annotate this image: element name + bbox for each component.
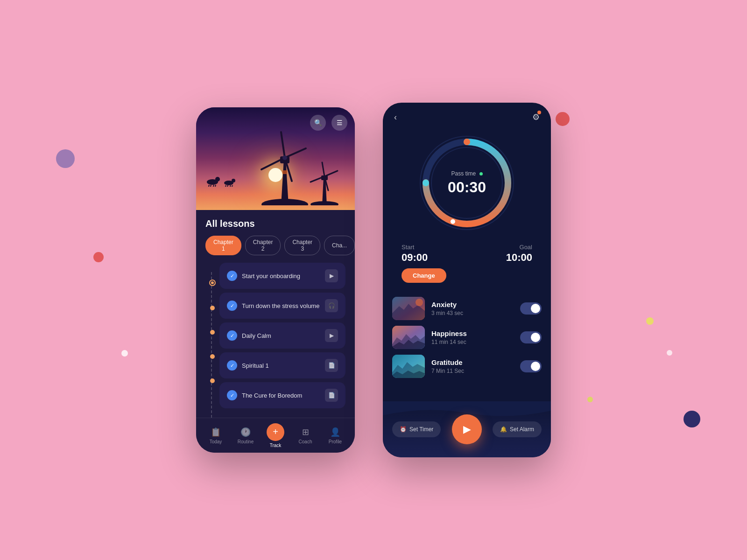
- timeline-dot-3: [210, 354, 215, 359]
- timeline-dots: [205, 263, 219, 418]
- phone2-header: ‹ ⚙: [383, 103, 551, 127]
- svg-point-7: [282, 155, 287, 160]
- menu-button[interactable]: ☰: [331, 115, 347, 131]
- meditation-item-0[interactable]: Anxiety 3 min 43 sec: [392, 297, 542, 320]
- goal-value: 10:00: [506, 252, 532, 264]
- phone2-footer: ⏰ Set Timer ▶ 🔔 Set Alarm: [383, 401, 551, 457]
- today-label: Today: [210, 439, 222, 444]
- svg-point-15: [310, 201, 338, 205]
- search-button[interactable]: 🔍: [310, 115, 326, 131]
- happiness-info: Happiness 11 min 14 sec: [431, 329, 514, 345]
- nav-routine[interactable]: 🕐 Routine: [231, 427, 261, 444]
- lesson-media-icon-3: 📄: [325, 359, 338, 372]
- windmill-main: [257, 131, 313, 205]
- lesson-check-1: ✓: [227, 301, 237, 311]
- gratitude-toggle-knob: [531, 362, 540, 371]
- clock-icon: ⏰: [400, 426, 407, 433]
- lesson-title-2: Daily Calm: [242, 332, 320, 339]
- chapter-tab-3[interactable]: Chapter 3: [284, 236, 320, 255]
- happiness-toggle[interactable]: [520, 331, 542, 343]
- start-label: Start: [402, 244, 414, 251]
- meditation-item-2[interactable]: Gratitude 7 Min 11 Sec: [392, 355, 542, 378]
- svg-point-23: [232, 179, 235, 182]
- svg-line-21: [215, 185, 216, 187]
- hero-image: 🔍 ☰: [196, 107, 355, 210]
- goal-block: Goal 10:00: [506, 244, 532, 264]
- profile-label: Profile: [329, 439, 342, 444]
- decorative-dot-navy: [684, 411, 700, 427]
- chapter-tab-4[interactable]: Cha...: [324, 236, 355, 255]
- svg-line-19: [210, 185, 211, 187]
- phone1-frame: 🔍 ☰ All lessons Chapter 1 Chapter 2 Chap…: [196, 107, 355, 453]
- lesson-card-0[interactable]: ✓ Start your onboarding ▶: [219, 263, 345, 289]
- anxiety-thumbnail: [392, 297, 425, 320]
- lesson-title-1: Turn down the stress volume: [242, 302, 320, 309]
- gratitude-title: Gratitude: [431, 358, 514, 366]
- lesson-check-3: ✓: [227, 360, 237, 371]
- goal-label: Goal: [520, 244, 532, 251]
- meditation-list: Anxiety 3 min 43 sec: [383, 292, 551, 401]
- happiness-title: Happiness: [431, 329, 514, 337]
- svg-line-11: [322, 162, 324, 176]
- meditation-item-1[interactable]: Happiness 11 min 14 sec: [392, 326, 542, 349]
- svg-point-38: [416, 299, 423, 306]
- timer-value: 00:30: [448, 179, 486, 196]
- nav-today[interactable]: 📋 Today: [201, 427, 231, 444]
- nav-track[interactable]: + Track: [261, 423, 290, 448]
- phone2: ‹ ⚙: [383, 103, 551, 457]
- anxiety-toggle-knob: [531, 304, 540, 313]
- start-value: 09:00: [402, 252, 428, 264]
- settings-button[interactable]: ⚙: [532, 112, 540, 122]
- set-timer-button[interactable]: ⏰ Set Timer: [392, 421, 441, 437]
- coach-label: Coach: [299, 439, 312, 444]
- routine-label: Routine: [238, 439, 254, 444]
- lesson-check-2: ✓: [227, 330, 237, 341]
- chapter-tab-2[interactable]: Chapter 2: [245, 236, 281, 255]
- timer-center: Pass time 00:30: [416, 132, 518, 234]
- change-button[interactable]: Change: [402, 268, 446, 283]
- nav-profile[interactable]: 👤 Profile: [320, 427, 350, 444]
- anxiety-info: Anxiety 3 min 43 sec: [431, 301, 514, 316]
- decorative-dot-yellow-2: [587, 397, 593, 402]
- start-goal-row: Start 09:00 Goal 10:00: [383, 239, 551, 268]
- timeline-dot-1: [210, 306, 215, 310]
- svg-marker-44: [392, 371, 425, 378]
- svg-line-20: [213, 185, 214, 187]
- svg-line-26: [230, 185, 231, 187]
- set-alarm-button[interactable]: 🔔 Set Alarm: [493, 421, 542, 437]
- svg-line-3: [281, 132, 285, 158]
- gratitude-toggle[interactable]: [520, 360, 542, 372]
- nav-coach[interactable]: ⊞ Coach: [290, 427, 320, 444]
- pass-time-label: Pass time: [451, 170, 482, 177]
- lesson-check-4: ✓: [227, 390, 237, 400]
- timer-section: Pass time 00:30 Start 09:00 Goal 10:00 C…: [383, 127, 551, 292]
- decorative-dot-red-2: [556, 112, 570, 126]
- decorative-dot-yellow-1: [646, 317, 654, 325]
- decorative-dot-white-2: [667, 350, 672, 356]
- svg-line-27: [232, 185, 233, 187]
- animals-silhouette: [205, 173, 243, 187]
- decorative-dot-red-1: [93, 252, 104, 262]
- lesson-title-4: The Cure for Boredom: [242, 392, 320, 399]
- set-alarm-label: Set Alarm: [510, 426, 534, 433]
- back-button[interactable]: ‹: [394, 112, 397, 122]
- happiness-toggle-knob: [531, 333, 540, 342]
- chapter-tab-1[interactable]: Chapter 1: [205, 236, 241, 255]
- play-button[interactable]: ▶: [452, 414, 482, 444]
- set-timer-label: Set Timer: [409, 426, 433, 433]
- anxiety-toggle[interactable]: [520, 302, 542, 315]
- timeline-dot-0: [209, 280, 216, 286]
- timeline-dot-2: [210, 330, 215, 335]
- svg-line-6: [261, 158, 285, 169]
- decorative-dot-purple: [56, 149, 75, 168]
- lesson-card-3[interactable]: ✓ Spiritual 1 📄: [219, 352, 345, 378]
- lesson-card-2[interactable]: ✓ Daily Calm ▶: [219, 322, 345, 349]
- coach-icon: ⊞: [302, 427, 309, 437]
- track-plus-button[interactable]: +: [267, 423, 284, 441]
- lesson-card-1[interactable]: ✓ Turn down the stress volume 🎧: [219, 293, 345, 319]
- start-block: Start 09:00: [402, 244, 428, 264]
- lesson-media-icon-0: ▶: [325, 269, 338, 282]
- lesson-card-4[interactable]: ✓ The Cure for Boredom 📄: [219, 382, 345, 408]
- windmill-small: [308, 159, 341, 205]
- bottom-nav: 📋 Today 🕐 Routine + Track ⊞ Coach 👤 Prof…: [196, 418, 355, 453]
